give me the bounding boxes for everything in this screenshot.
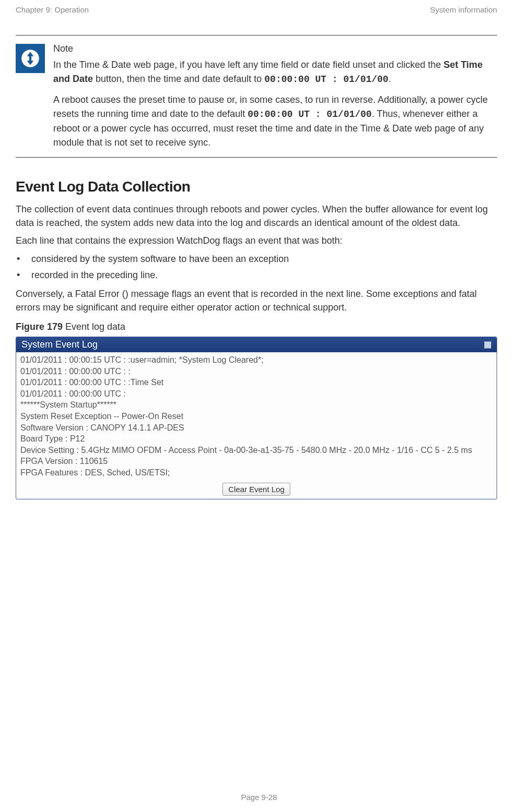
bullet-list: considered by the system software to hav… bbox=[16, 252, 497, 283]
note-paragraph-2: A reboot causes the preset time to pause… bbox=[53, 93, 497, 150]
list-item: considered by the system software to hav… bbox=[16, 252, 497, 267]
event-log-panel: System Event Log 01/01/2011 : 00:00:15 U… bbox=[16, 337, 497, 499]
note-title: Note bbox=[53, 42, 497, 56]
body-paragraph: Conversely, a Fatal Error () message fla… bbox=[16, 287, 497, 314]
figure-title: Event log data bbox=[63, 321, 125, 332]
event-log-body: 01/01/2011 : 00:00:15 UTC : :user=admin;… bbox=[16, 352, 497, 482]
note-icon bbox=[16, 44, 45, 73]
clear-event-log-button[interactable]: Clear Event Log bbox=[222, 483, 290, 496]
note-box: Note In the Time & Date web page, if you… bbox=[16, 35, 497, 158]
body-paragraph: The collection of event data continues t… bbox=[16, 202, 497, 230]
note-code: 00:00:00 UT : 01/01/00 bbox=[264, 74, 388, 85]
note-body: Note In the Time & Date web page, if you… bbox=[53, 42, 497, 150]
figure-caption: Figure 179 Event log data bbox=[16, 321, 497, 332]
page-footer: Page 9-28 bbox=[0, 793, 518, 802]
event-log-footer: Clear Event Log bbox=[16, 482, 497, 499]
event-log-header: System Event Log bbox=[16, 337, 497, 352]
list-item: recorded in the preceding line. bbox=[16, 268, 497, 283]
note-text: . bbox=[388, 74, 391, 84]
collapse-icon[interactable] bbox=[484, 341, 491, 349]
panel-title: System Event Log bbox=[21, 339, 98, 350]
page-number: Page 9-28 bbox=[241, 793, 277, 802]
main-content: Note In the Time & Date web page, if you… bbox=[0, 35, 518, 499]
figure-number: Figure 179 bbox=[16, 321, 63, 332]
note-paragraph-1: In the Time & Date web page, if you have… bbox=[53, 58, 497, 87]
page-header: Chapter 9: Operation System information bbox=[0, 0, 518, 35]
header-left: Chapter 9: Operation bbox=[16, 5, 89, 14]
note-code: 00:00:00 UT : 01/01/00 bbox=[248, 109, 372, 120]
header-right: System information bbox=[430, 5, 497, 14]
body-paragraph: Each line that contains the expression W… bbox=[16, 234, 497, 247]
section-title: Event Log Data Collection bbox=[16, 178, 497, 195]
note-text: In the Time & Date web page, if you have… bbox=[53, 59, 443, 70]
note-text: button, then the time and date default t… bbox=[93, 74, 264, 84]
